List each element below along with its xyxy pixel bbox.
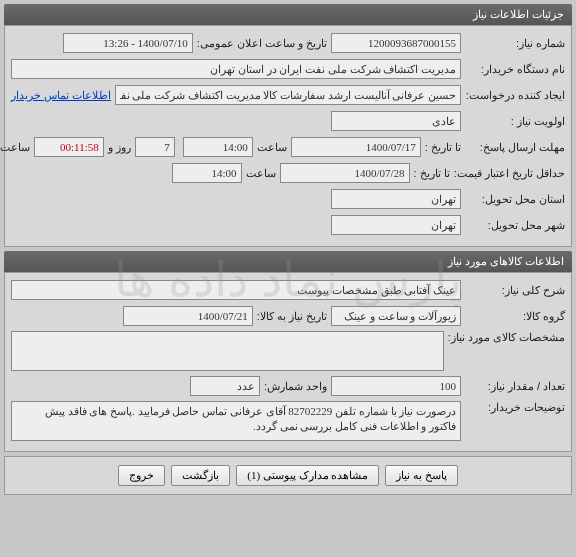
field-need-date bbox=[123, 306, 253, 326]
label-remain: ساعت باقی مانده bbox=[0, 141, 30, 154]
row-city: شهر محل تحویل: bbox=[11, 214, 565, 236]
label-announce: تاریخ و ساعت اعلان عمومی: bbox=[197, 37, 327, 50]
row-buyer: نام دستگاه خریدار: bbox=[11, 58, 565, 80]
row-qty: تعداد / مقدار نیاز: واحد شمارش: bbox=[11, 375, 565, 397]
field-priority bbox=[331, 111, 461, 131]
back-button[interactable]: بازگشت bbox=[171, 465, 230, 486]
field-group bbox=[331, 306, 461, 326]
label-priority: اولویت نیاز : bbox=[465, 115, 565, 128]
field-credit-date bbox=[280, 163, 410, 183]
row-priority: اولویت نیاز : bbox=[11, 110, 565, 132]
row-credit: حداقل تاریخ اعتبار قیمت: تا تاریخ : ساعت bbox=[11, 162, 565, 184]
field-deadline-date bbox=[291, 137, 421, 157]
field-days bbox=[135, 137, 175, 157]
field-reqno bbox=[331, 33, 461, 53]
field-unit bbox=[190, 376, 260, 396]
attachments-button[interactable]: مشاهده مدارک پیوستی (1) bbox=[236, 465, 379, 486]
label-credit: حداقل تاریخ اعتبار قیمت: bbox=[454, 167, 565, 180]
field-spec bbox=[11, 331, 444, 371]
label-province: استان محل تحویل: bbox=[465, 193, 565, 206]
exit-button[interactable]: خروج bbox=[118, 465, 165, 486]
row-province: استان محل تحویل: bbox=[11, 188, 565, 210]
label-city: شهر محل تحویل: bbox=[465, 219, 565, 232]
label-reqno: شماره نیاز: bbox=[465, 37, 565, 50]
label-notes: توضیحات خریدار: bbox=[465, 401, 565, 414]
label-deadline: مهلت ارسال پاسخ: bbox=[465, 141, 565, 154]
label-group: گروه کالا: bbox=[465, 310, 565, 323]
label-unit: واحد شمارش: bbox=[264, 380, 327, 393]
field-creator bbox=[115, 85, 461, 105]
field-city bbox=[331, 215, 461, 235]
field-province bbox=[331, 189, 461, 209]
label-qty: تعداد / مقدار نیاز: bbox=[465, 380, 565, 393]
field-remain bbox=[34, 137, 104, 157]
label-to-date-1: تا تاریخ : bbox=[425, 141, 461, 154]
label-need-date: تاریخ نیاز به کالا: bbox=[257, 310, 327, 323]
section-goods-info: اطلاعات کالاهای مورد نیاز شرح کلی نیاز: … bbox=[4, 251, 572, 452]
footer-buttons: پاسخ به نیاز مشاهده مدارک پیوستی (1) باز… bbox=[4, 456, 572, 495]
row-notes: توضیحات خریدار: درصورت نیاز با شماره تلف… bbox=[11, 401, 565, 441]
label-days-and: روز و bbox=[108, 141, 131, 154]
field-qty bbox=[331, 376, 461, 396]
section-need-details: جزئیات اطلاعات نیاز شماره نیاز: تاریخ و … bbox=[4, 4, 572, 247]
row-reqno: شماره نیاز: تاریخ و ساعت اعلان عمومی: bbox=[11, 32, 565, 54]
section-header-2: اطلاعات کالاهای مورد نیاز bbox=[4, 251, 572, 272]
label-time-1: ساعت bbox=[257, 141, 287, 154]
row-desc: شرح کلی نیاز: bbox=[11, 279, 565, 301]
field-desc bbox=[11, 280, 461, 300]
row-spec: مشخصات کالای مورد نیاز: bbox=[11, 331, 565, 371]
label-buyer: نام دستگاه خریدار: bbox=[465, 63, 565, 76]
section-header-1: جزئیات اطلاعات نیاز bbox=[4, 4, 572, 25]
field-deadline-time bbox=[183, 137, 253, 157]
field-notes: درصورت نیاز با شماره تلفن 82702229 آقای … bbox=[11, 401, 461, 441]
row-group: گروه کالا: تاریخ نیاز به کالا: bbox=[11, 305, 565, 327]
reply-button[interactable]: پاسخ به نیاز bbox=[385, 465, 458, 486]
label-to-date-2: تا تاریخ : bbox=[414, 167, 450, 180]
section-body-2: شرح کلی نیاز: گروه کالا: تاریخ نیاز به ک… bbox=[4, 272, 572, 452]
label-desc: شرح کلی نیاز: bbox=[465, 284, 565, 297]
link-contact[interactable]: اطلاعات تماس خریدار bbox=[11, 89, 111, 102]
label-creator: ایجاد کننده درخواست: bbox=[465, 89, 565, 102]
section-body-1: شماره نیاز: تاریخ و ساعت اعلان عمومی: نا… bbox=[4, 25, 572, 247]
label-spec: مشخصات کالای مورد نیاز: bbox=[448, 331, 565, 344]
field-buyer bbox=[11, 59, 461, 79]
row-creator: ایجاد کننده درخواست: اطلاعات تماس خریدار bbox=[11, 84, 565, 106]
row-deadline: مهلت ارسال پاسخ: تا تاریخ : ساعت روز و س… bbox=[11, 136, 565, 158]
field-announce bbox=[63, 33, 193, 53]
field-credit-time bbox=[172, 163, 242, 183]
label-time-2: ساعت bbox=[246, 167, 276, 180]
